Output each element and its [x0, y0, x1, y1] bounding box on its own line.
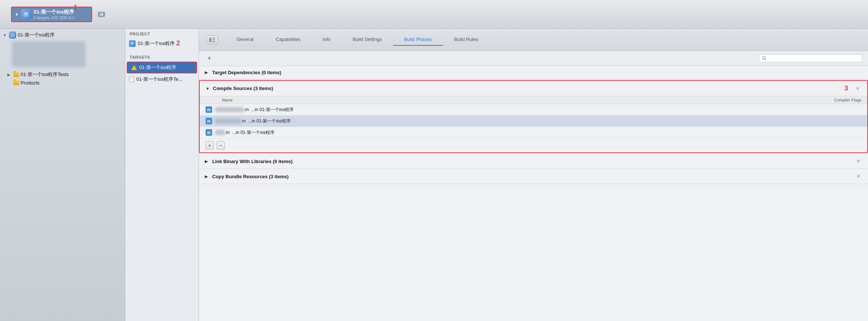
nav-products-item[interactable]: Products [0, 79, 125, 87]
warning-icon [131, 65, 137, 70]
editor-content: + ▶ Target Dependencies (0 items) [199, 51, 868, 321]
copy-bundle-chevron-icon: ▶ [205, 174, 209, 179]
svg-rect-1 [25, 13, 28, 14]
compile-remove-button[interactable]: − [217, 141, 225, 149]
nav-chevron-icon: ▼ [3, 33, 7, 37]
editor-area: General Capabilities Info Build Settings… [199, 29, 868, 321]
tab-info[interactable]: Info [311, 34, 342, 46]
main-area: ▼ 01-第一个ios程序 ▶ 01-第一个ios程序Tests Product… [0, 29, 868, 321]
copy-bundle-title: Copy Bundle Resources (3 items) [212, 174, 852, 179]
svg-rect-12 [212, 39, 215, 40]
annotation-label-2: 2 [176, 39, 180, 47]
compile-chevron-icon: ▼ [206, 86, 210, 91]
tab-general[interactable]: General [225, 34, 265, 46]
nav-products-label: Products [21, 80, 39, 86]
target-deps-chevron-icon: ▶ [205, 70, 209, 75]
copy-bundle-section: ▶ Copy Bundle Resources (3 items) × [199, 169, 868, 184]
file-name-0: ViewController.m ...in 01-第一个ios程序 [215, 107, 861, 113]
compile-table-header: Name Compiler Flags [200, 96, 867, 104]
annotation-label-3: 3 [844, 84, 848, 92]
project-icon [21, 9, 31, 20]
compile-close-button[interactable]: × [854, 85, 861, 92]
tab-bar: General Capabilities Info Build Settings… [199, 29, 868, 51]
annotation-label-1: 1 [74, 4, 77, 11]
compile-row-0[interactable]: m ViewController.m ...in 01-第一个ios程序 [200, 104, 867, 115]
target-dependencies-header[interactable]: ▶ Target Dependencies (0 items) [199, 66, 868, 79]
compile-add-button[interactable]: + [206, 141, 214, 149]
svg-rect-9 [130, 79, 132, 80]
nav-tests-label: 01-第一个ios程序Tests [21, 71, 69, 78]
project-sub-title: 2 targets, iOS SDK 8.1 [34, 15, 74, 20]
col-flags-header: Compiler Flags [751, 98, 861, 102]
file-navigator: ▼ 01-第一个ios程序 ▶ 01-第一个ios程序Tests Product… [0, 29, 125, 321]
link-binary-title: Link Binary With Libraries (0 items) [212, 159, 852, 164]
compile-sources-header[interactable]: ▼ Compile Sources (3 items) 3 × [200, 81, 867, 96]
svg-rect-5 [131, 42, 134, 43]
nav-root-item[interactable]: ▼ 01-第一个ios程序 [0, 30, 125, 40]
link-binary-section: ▶ Link Binary With Libraries (0 items) × [199, 154, 868, 169]
nav-root-label: 01-第一个ios程序 [18, 32, 55, 38]
file-icon-2: m [206, 129, 212, 136]
target-deps-title: Target Dependencies (0 items) [212, 70, 862, 75]
svg-rect-3 [10, 33, 15, 37]
tab-build-settings[interactable]: Build Settings [342, 34, 393, 46]
tab-capabilities[interactable]: Capabilities [265, 34, 311, 46]
sidebar-toggle-button[interactable] [206, 35, 218, 44]
project-file-icon [129, 40, 136, 47]
nav-tests-item[interactable]: ▶ 01-第一个ios程序Tests [0, 70, 125, 79]
svg-rect-2 [25, 14, 27, 15]
project-panel-label: 01-第一个ios程序 2 [138, 39, 180, 47]
search-input[interactable] [768, 56, 859, 61]
project-title-box[interactable]: ▼ 01-第一个ios程序 2 targets, iOS SDK 8.1 [11, 7, 92, 22]
project-panel-item[interactable]: 01-第一个ios程序 2 [125, 38, 199, 49]
link-binary-header[interactable]: ▶ Link Binary With Libraries (0 items) × [199, 154, 868, 169]
svg-rect-8 [130, 78, 133, 79]
compile-sources-title: Compile Sources (3 items) [213, 86, 839, 91]
target-2-label: 01-第一个ios程序Te... [136, 76, 182, 83]
target-2-item[interactable]: 01-第一个ios程序Te... [125, 74, 199, 84]
target-dependencies-section: ▶ Target Dependencies (0 items) [199, 66, 868, 79]
target-1-label: 01-第一个ios程序 [139, 64, 176, 71]
targets-section-header: TARGETS [125, 52, 199, 61]
target-2-icon [129, 76, 134, 82]
project-title-text: 01-第一个ios程序 2 targets, iOS SDK 8.1 [34, 9, 74, 20]
copy-bundle-header[interactable]: ▶ Copy Bundle Resources (3 items) × [199, 169, 868, 184]
m-badge: M [98, 12, 105, 17]
add-phase-button[interactable]: + [205, 54, 214, 63]
target-1-item[interactable]: 01-第一个ios程序 [127, 62, 197, 73]
nav-tests-chevron-icon: ▶ [7, 73, 12, 77]
svg-rect-11 [212, 38, 215, 38]
compile-row-1[interactable]: m AppDelegate.m ...in 01-第一个ios程序 [200, 115, 867, 127]
toolbar-row: + [199, 51, 868, 66]
svg-rect-6 [131, 44, 133, 44]
search-icon [762, 56, 766, 61]
tests-folder-icon [13, 72, 19, 77]
blurred-content [12, 41, 85, 67]
top-bar: 1 ▼ 01-第一个ios程序 2 targets, iOS SDK 8.1 M [0, 0, 868, 29]
svg-point-14 [763, 56, 766, 59]
link-binary-chevron-icon: ▶ [205, 159, 209, 164]
copy-bundle-close-button[interactable]: × [855, 173, 862, 180]
search-box [759, 54, 862, 62]
tab-build-phases[interactable]: Build Phases [393, 34, 443, 46]
svg-rect-10 [209, 38, 211, 42]
products-folder-icon [13, 80, 19, 85]
target-panel: PROJECT 01-第一个ios程序 2 TARGETS 01-第一个ios程… [125, 29, 199, 321]
link-binary-close-button[interactable]: × [855, 158, 862, 165]
col-name-header: Name [222, 98, 751, 102]
nav-project-icon [9, 31, 16, 39]
file-icon-1: m [206, 118, 212, 124]
file-icon-0: m [206, 106, 212, 113]
svg-line-15 [765, 59, 766, 60]
file-name-2: main.m ...in 01-第一个ios程序 [215, 130, 861, 136]
compile-sources-section: ▼ Compile Sources (3 items) 3 × Name Com… [199, 80, 868, 153]
tab-build-rules[interactable]: Build Rules [443, 34, 490, 46]
compile-actions: + − [200, 138, 867, 152]
compile-row-2[interactable]: m main.m ...in 01-第一个ios程序 [200, 127, 867, 138]
project-main-title: 01-第一个ios程序 [34, 9, 74, 15]
file-name-1: AppDelegate.m ...in 01-第一个ios程序 [215, 118, 861, 124]
svg-rect-13 [212, 41, 215, 42]
project-section-header: PROJECT [125, 29, 199, 38]
project-chevron-icon: ▼ [15, 12, 19, 17]
